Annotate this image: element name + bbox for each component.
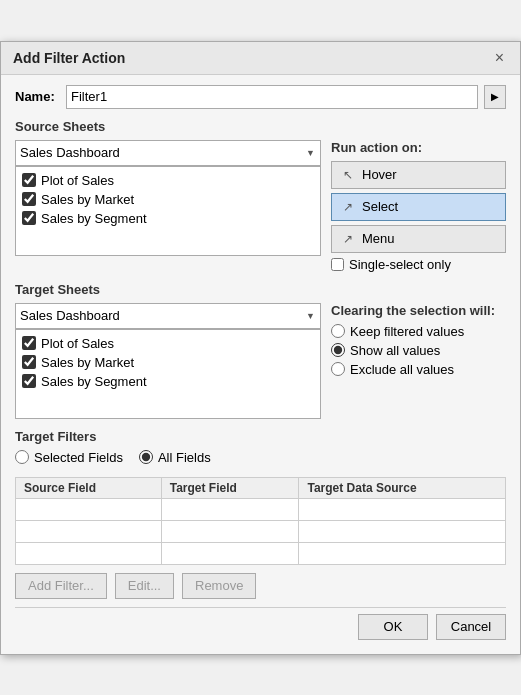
target-filters-label: Target Filters — [15, 429, 506, 444]
add-filter-button[interactable]: Add Filter... — [15, 573, 107, 599]
name-arrow-button[interactable]: ▶ — [484, 85, 506, 109]
source-top-row: Sales Dashboard Plot of Sales Sales by M… — [15, 140, 506, 272]
target-item-sales-by-market: Sales by Market — [41, 355, 134, 370]
edit-button[interactable]: Edit... — [115, 573, 174, 599]
target-sheets-section: Target Sheets Sales Dashboard Plot of Sa… — [15, 282, 506, 419]
selected-fields-row: Selected Fields — [15, 450, 123, 465]
fields-row: Selected Fields All Fields — [15, 450, 506, 469]
dialog-title: Add Filter Action — [13, 50, 125, 66]
target-filters-section: Target Filters Selected Fields All Field… — [15, 429, 506, 565]
clearing-panel: Clearing the selection will: Keep filter… — [331, 303, 506, 419]
dialog-body: Name: ▶ Source Sheets Sales Dashboard — [1, 75, 520, 654]
target-left-panel: Sales Dashboard Plot of Sales Sales by M… — [15, 303, 321, 419]
source-checklist: Plot of Sales Sales by Market Sales by S… — [15, 166, 321, 256]
source-checkbox-plot-of-sales[interactable] — [22, 173, 36, 187]
table-row — [16, 520, 506, 542]
show-all-label: Show all values — [350, 343, 440, 358]
single-select-label: Single-select only — [349, 257, 451, 272]
remove-button[interactable]: Remove — [182, 573, 256, 599]
source-check-sales-by-segment: Sales by Segment — [22, 209, 314, 228]
target-checkbox-sales-by-segment[interactable] — [22, 374, 36, 388]
run-action-panel: Run action on: ↖ Hover ↗ Select ↗ Menu — [331, 140, 506, 272]
source-item-sales-by-segment: Sales by Segment — [41, 211, 147, 226]
source-sheets-section: Source Sheets Sales Dashboard Plot of Sa… — [15, 119, 506, 272]
source-item-sales-by-market: Sales by Market — [41, 192, 134, 207]
bottom-buttons-row: Add Filter... Edit... Remove — [15, 573, 506, 599]
single-select-checkbox[interactable] — [331, 258, 344, 271]
target-dashboard-wrapper: Sales Dashboard — [15, 303, 321, 329]
exclude-all-radio[interactable] — [331, 362, 345, 376]
table-row — [16, 542, 506, 564]
source-sheets-label: Source Sheets — [15, 119, 506, 134]
target-top-row: Sales Dashboard Plot of Sales Sales by M… — [15, 303, 506, 419]
source-check-plot-of-sales: Plot of Sales — [22, 171, 314, 190]
single-select-row: Single-select only — [331, 257, 506, 272]
hover-icon: ↖ — [340, 167, 356, 183]
filter-table: Source Field Target Field Target Data So… — [15, 477, 506, 565]
menu-icon: ↗ — [340, 231, 356, 247]
hover-button[interactable]: ↖ Hover — [331, 161, 506, 189]
show-all-radio[interactable] — [331, 343, 345, 357]
col-source-field: Source Field — [16, 477, 162, 498]
keep-filtered-radio[interactable] — [331, 324, 345, 338]
target-checkbox-sales-by-market[interactable] — [22, 355, 36, 369]
source-check-sales-by-market: Sales by Market — [22, 190, 314, 209]
source-left-panel: Sales Dashboard Plot of Sales Sales by M… — [15, 140, 321, 272]
target-dashboard-dropdown[interactable]: Sales Dashboard — [15, 303, 321, 329]
close-button[interactable]: × — [491, 50, 508, 66]
exclude-all-row: Exclude all values — [331, 362, 506, 377]
name-row: Name: ▶ — [15, 85, 506, 109]
select-label: Select — [362, 199, 398, 214]
target-check-sales-by-market: Sales by Market — [22, 353, 314, 372]
source-dashboard-dropdown[interactable]: Sales Dashboard — [15, 140, 321, 166]
ok-button[interactable]: OK — [358, 614, 428, 640]
run-action-label: Run action on: — [331, 140, 506, 155]
selected-fields-radio[interactable] — [15, 450, 29, 464]
target-checkbox-plot-of-sales[interactable] — [22, 336, 36, 350]
col-target-data-source: Target Data Source — [299, 477, 506, 498]
add-filter-action-dialog: Add Filter Action × Name: ▶ Source Sheet… — [0, 41, 521, 655]
select-icon: ↗ — [340, 199, 356, 215]
hover-label: Hover — [362, 167, 397, 182]
all-fields-label: All Fields — [158, 450, 211, 465]
keep-filtered-row: Keep filtered values — [331, 324, 506, 339]
menu-button[interactable]: ↗ Menu — [331, 225, 506, 253]
target-item-plot-of-sales: Plot of Sales — [41, 336, 114, 351]
cancel-button[interactable]: Cancel — [436, 614, 506, 640]
target-check-sales-by-segment: Sales by Segment — [22, 372, 314, 391]
col-target-field: Target Field — [161, 477, 299, 498]
clearing-label: Clearing the selection will: — [331, 303, 506, 318]
all-fields-row: All Fields — [139, 450, 211, 465]
source-item-plot-of-sales: Plot of Sales — [41, 173, 114, 188]
selected-fields-label: Selected Fields — [34, 450, 123, 465]
name-input[interactable] — [66, 85, 478, 109]
target-check-plot-of-sales: Plot of Sales — [22, 334, 314, 353]
keep-filtered-label: Keep filtered values — [350, 324, 464, 339]
name-label: Name: — [15, 89, 60, 104]
target-item-sales-by-segment: Sales by Segment — [41, 374, 147, 389]
exclude-all-label: Exclude all values — [350, 362, 454, 377]
all-fields-radio[interactable] — [139, 450, 153, 464]
source-checkbox-sales-by-market[interactable] — [22, 192, 36, 206]
target-checklist: Plot of Sales Sales by Market Sales by S… — [15, 329, 321, 419]
show-all-row: Show all values — [331, 343, 506, 358]
ok-cancel-row: OK Cancel — [15, 607, 506, 644]
source-dashboard-wrapper: Sales Dashboard — [15, 140, 321, 166]
source-checkbox-sales-by-segment[interactable] — [22, 211, 36, 225]
target-sheets-label: Target Sheets — [15, 282, 506, 297]
dialog-title-bar: Add Filter Action × — [1, 42, 520, 75]
table-row — [16, 498, 506, 520]
menu-label: Menu — [362, 231, 395, 246]
select-button[interactable]: ↗ Select — [331, 193, 506, 221]
